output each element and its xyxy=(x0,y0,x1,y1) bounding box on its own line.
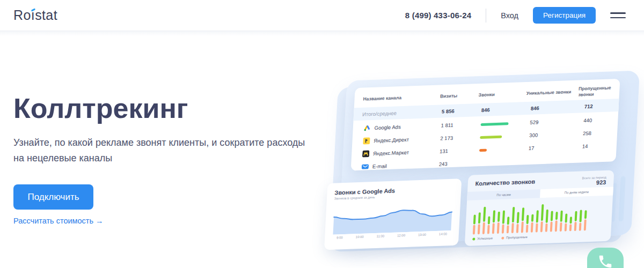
page-title: Коллтрекинг xyxy=(13,92,188,124)
calls-cell xyxy=(479,145,529,153)
stacked-bar xyxy=(531,214,534,233)
period-total-value: 923 xyxy=(582,179,606,187)
x-tick-label: 13:00 xyxy=(418,233,426,237)
unique-calls-value: 300 xyxy=(529,130,583,138)
login-link[interactable]: Вход xyxy=(501,11,518,20)
channel-name: Google Ads xyxy=(374,124,401,131)
logo-text-pre: Ro xyxy=(13,8,31,23)
yandex-market-icon xyxy=(362,150,370,157)
stacked-bar xyxy=(492,210,495,234)
stacked-bar xyxy=(473,214,476,234)
line-chart-svg xyxy=(332,198,453,235)
missed-calls-value xyxy=(582,158,608,159)
visits-value: 2 173 xyxy=(440,134,480,142)
unique-calls-value: 17 xyxy=(529,143,583,151)
channel-name: Яндекс.Директ xyxy=(374,136,409,143)
stacked-bar xyxy=(569,217,572,231)
stacked-bar xyxy=(497,212,500,234)
stacked-bar xyxy=(555,212,558,232)
tab-by-hours: По часам xyxy=(467,189,540,200)
stacked-bar xyxy=(545,210,548,232)
totals-calls: 846 xyxy=(481,105,531,113)
roistat-logo[interactable]: Roıstat xyxy=(13,8,57,23)
bar-chart-bars xyxy=(473,199,613,234)
channels-table-card: Название канала Визиты Звонки Уникальные… xyxy=(351,79,620,171)
calls-bar xyxy=(479,148,487,152)
stacked-bar xyxy=(560,211,563,232)
x-tick-label: 10:00 xyxy=(356,235,364,239)
google-ads-icon xyxy=(363,124,371,131)
visits-value: 1 811 xyxy=(441,121,481,129)
stacked-bar xyxy=(478,212,481,234)
email-icon xyxy=(362,163,369,170)
line-chart-card: Звонки с Google Ads Звонков в среднем за… xyxy=(324,178,462,250)
legend-label: Успешные xyxy=(477,236,493,240)
bar-chart-card: Количество звонков Всего за период 923 П… xyxy=(465,170,614,246)
signup-button[interactable]: Регистрация xyxy=(533,7,596,24)
stacked-bar xyxy=(526,215,529,233)
panel-edge-stripe xyxy=(618,176,625,222)
stacked-bar xyxy=(482,207,486,234)
column-header: Уникальные звонки xyxy=(526,89,579,96)
calls-cell xyxy=(479,161,528,162)
callback-fab-button[interactable] xyxy=(587,248,624,268)
calls-bar xyxy=(480,135,502,138)
calls-cell xyxy=(480,119,530,126)
x-tick-label: 14:00 xyxy=(439,232,447,236)
header-divider xyxy=(486,9,486,23)
column-header: Название канала xyxy=(363,94,440,102)
calculate-cost-link[interactable]: Рассчитать стоимость → xyxy=(13,217,104,225)
x-tick-label: 9:00 xyxy=(336,236,343,239)
legend-dot-missed xyxy=(501,236,504,239)
totals-visits: 5 856 xyxy=(442,107,482,115)
stacked-bar xyxy=(521,207,524,233)
legend-item: Пропущенные xyxy=(501,235,528,240)
stacked-bar xyxy=(487,216,491,234)
totals-unique-calls: 846 xyxy=(531,103,585,111)
logo-letter-i: ı xyxy=(31,8,35,23)
stacked-bar xyxy=(536,210,539,232)
channel-name: Яндекс.Маркет xyxy=(373,149,409,156)
visits-value: 131 xyxy=(440,147,480,154)
hero-description: Узнайте, по какой рекламе звонят клиенты… xyxy=(13,135,312,166)
unique-calls-value: 529 xyxy=(530,117,584,125)
phone-number-link[interactable]: 8 (499) 433-06-24 xyxy=(405,11,471,20)
x-tick-label: 12:00 xyxy=(397,234,405,237)
stacked-bar xyxy=(579,210,582,230)
stacked-bar xyxy=(540,204,544,232)
unique-calls-value xyxy=(528,159,582,161)
visits-value: 243 xyxy=(439,160,479,167)
phone-icon xyxy=(597,254,613,268)
logo-text-post: stat xyxy=(35,8,57,23)
period-total: Всего за период 923 xyxy=(582,176,606,187)
channel-name: E-mail xyxy=(372,163,387,169)
header-actions: 8 (499) 433-06-24 Вход Регистрация xyxy=(405,7,626,24)
x-tick-label: 11:00 xyxy=(376,234,384,238)
legend-item: Успешные xyxy=(472,236,493,240)
connect-button[interactable]: Подключить xyxy=(13,184,93,210)
missed-calls-value: 440 xyxy=(583,116,610,123)
stacked-bar xyxy=(507,217,510,233)
bar-chart-title: Количество звонков xyxy=(475,178,535,187)
totals-missed-calls: 712 xyxy=(584,102,611,109)
stacked-bar xyxy=(550,211,553,232)
missed-calls-value: 14 xyxy=(582,142,609,149)
column-header: Пропущенные звонки xyxy=(578,85,611,97)
calls-cell xyxy=(480,132,530,140)
missed-calls-value: 258 xyxy=(583,129,609,136)
stacked-bar xyxy=(565,213,568,231)
stacked-bar xyxy=(511,207,515,233)
legend-label: Пропущенные xyxy=(506,235,528,239)
stacked-bar xyxy=(584,210,587,230)
totals-label: Итого/среднее xyxy=(362,108,442,117)
stacked-bar xyxy=(516,212,519,233)
dashboard-mockup: Название канала Визиты Звонки Уникальные… xyxy=(318,66,643,255)
column-header: Визиты xyxy=(440,92,479,99)
legend-dot-success xyxy=(472,237,475,240)
hamburger-menu-icon[interactable] xyxy=(610,10,626,20)
stacked-bar xyxy=(574,211,577,231)
column-header: Звонки xyxy=(478,91,526,98)
yandex-direct-icon xyxy=(363,137,370,144)
header: Roıstat 8 (499) 433-06-24 Вход Регистрац… xyxy=(0,0,644,31)
calls-bar xyxy=(480,122,508,126)
